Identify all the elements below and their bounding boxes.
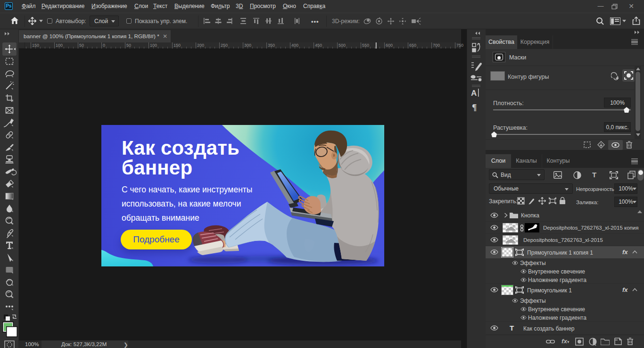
svg-text:¶: ¶: [472, 102, 477, 112]
svg-text:A: A: [471, 89, 477, 98]
